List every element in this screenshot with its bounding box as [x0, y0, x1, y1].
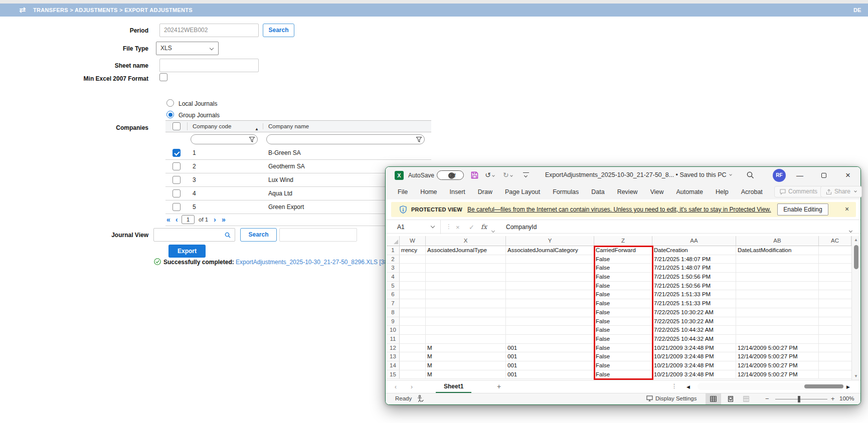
cell[interactable]	[506, 290, 594, 299]
view-page-layout-button[interactable]	[723, 393, 738, 404]
cell[interactable]	[400, 335, 426, 344]
prev-page-button[interactable]: ‹	[176, 216, 178, 224]
cell[interactable]: 12/14/2009 5:00:27 PM	[736, 344, 819, 353]
code-filter-input[interactable]	[191, 134, 258, 144]
cell[interactable]	[506, 335, 594, 344]
row-checkbox[interactable]	[172, 162, 181, 170]
saved-state-label[interactable]: Saved to this PC	[679, 171, 726, 178]
row-header[interactable]: 15	[387, 370, 400, 379]
company-row[interactable]: 1 B-Green SA	[165, 146, 431, 160]
cell[interactable]: AssociatedJournalType	[426, 246, 506, 255]
journal-search-button[interactable]: Search	[240, 228, 277, 242]
cell[interactable]	[400, 290, 426, 299]
column-header[interactable]: Y	[506, 236, 594, 246]
column-header[interactable]: AC	[819, 236, 851, 246]
cell[interactable]	[736, 282, 819, 291]
cell[interactable]	[819, 282, 851, 291]
cell[interactable]: 001	[506, 352, 594, 361]
cell[interactable]	[426, 326, 506, 335]
cell[interactable]: 7/21/2025 1:48:07 PM	[652, 264, 736, 273]
cell[interactable]: 10/21/2009 3:24:48 PM	[652, 370, 736, 379]
cell[interactable]: 001	[506, 344, 594, 353]
period-input[interactable]: 202412WEB002	[159, 24, 259, 37]
row-checkbox[interactable]	[172, 203, 181, 211]
column-header[interactable]: Z	[594, 236, 652, 246]
cell[interactable]: False	[594, 361, 652, 370]
row-header[interactable]: 14	[387, 361, 400, 370]
cell[interactable]: False	[594, 255, 652, 264]
period-search-button[interactable]: Search	[263, 24, 294, 37]
horizontal-scrollbar[interactable]	[698, 383, 844, 390]
cell[interactable]	[736, 290, 819, 299]
row-header[interactable]: 8	[387, 308, 400, 317]
select-all-checkbox[interactable]	[172, 122, 181, 130]
cell[interactable]: M	[426, 370, 506, 379]
confirm-entry-icon[interactable]: ✓	[469, 224, 474, 231]
column-header[interactable]: AA	[652, 236, 736, 246]
add-sheet-icon[interactable]: +	[497, 382, 501, 390]
tab-insert[interactable]: Insert	[450, 188, 465, 195]
cell[interactable]	[400, 361, 426, 370]
cell[interactable]	[400, 255, 426, 264]
row-header[interactable]: 9	[387, 317, 400, 326]
cell[interactable]	[819, 352, 851, 361]
banner-close-icon[interactable]: ×	[845, 205, 849, 213]
tab-home[interactable]: Home	[420, 188, 437, 195]
cell[interactable]: False	[594, 264, 652, 273]
cell[interactable]	[426, 255, 506, 264]
cell[interactable]: 7/22/2025 10:30:22 AM	[652, 308, 736, 317]
zoom-slider-track[interactable]	[775, 399, 827, 399]
row-header[interactable]: 11	[387, 335, 400, 344]
tab-file[interactable]: File	[398, 188, 408, 195]
column-header-name[interactable]: Company name	[263, 123, 431, 129]
cell[interactable]	[400, 308, 426, 317]
cell[interactable]	[506, 273, 594, 282]
cell[interactable]	[400, 326, 426, 335]
group-journals-radio[interactable]	[166, 111, 174, 118]
cell[interactable]: rrency	[400, 246, 426, 255]
comments-button[interactable]: Comments	[774, 186, 823, 197]
row-checkbox[interactable]	[172, 176, 181, 184]
cell[interactable]: M	[426, 344, 506, 353]
search-icon[interactable]	[747, 171, 754, 179]
cell[interactable]: DateLastModification	[736, 246, 819, 255]
undo-icon[interactable]: ↺	[485, 171, 494, 179]
column-header[interactable]: W	[400, 236, 426, 246]
cell[interactable]: 12/14/2009 5:00:27 PM	[736, 361, 819, 370]
journal-view-input[interactable]	[153, 228, 235, 242]
cell[interactable]	[819, 326, 851, 335]
horizontal-scroll-thumb[interactable]	[804, 384, 843, 388]
file-type-select[interactable]: XLS	[156, 42, 219, 55]
column-header[interactable]: X	[426, 236, 506, 246]
row-header[interactable]: 12	[387, 344, 400, 353]
cell[interactable]: False	[594, 317, 652, 326]
cell[interactable]	[819, 246, 851, 255]
cell[interactable]	[736, 317, 819, 326]
cell[interactable]: 001	[506, 370, 594, 379]
cell[interactable]	[400, 282, 426, 291]
insert-function-icon[interactable]: fx	[481, 223, 487, 231]
vertical-scrollbar[interactable]: ▲ ▼	[851, 236, 860, 380]
tab-bar-handle[interactable]: ⋮	[671, 383, 677, 389]
display-settings-button[interactable]: Display Settings	[646, 395, 697, 401]
row-checkbox[interactable]	[172, 149, 181, 157]
formula-bar-handle[interactable]: ⋮	[446, 223, 452, 230]
tab-automate[interactable]: Automate	[676, 188, 704, 195]
cell[interactable]	[506, 308, 594, 317]
row-header[interactable]: 2	[387, 255, 400, 264]
cell[interactable]	[506, 317, 594, 326]
cell[interactable]: False	[594, 344, 652, 353]
cancel-entry-icon[interactable]: ×	[456, 224, 460, 231]
name-filter-input[interactable]	[266, 134, 425, 144]
cell[interactable]: False	[594, 335, 652, 344]
cell[interactable]	[400, 352, 426, 361]
cell[interactable]: False	[594, 282, 652, 291]
cell[interactable]: 7/21/2025 1:51:33 PM	[652, 290, 736, 299]
cell[interactable]: False	[594, 326, 652, 335]
last-page-button[interactable]: »	[222, 216, 226, 224]
cell[interactable]	[736, 264, 819, 273]
cell[interactable]	[819, 255, 851, 264]
protected-view-message[interactable]: Be careful—files from the Internet can c…	[467, 206, 771, 213]
cell[interactable]: 7/21/2025 1:48:07 PM	[652, 255, 736, 264]
cell[interactable]	[819, 264, 851, 273]
